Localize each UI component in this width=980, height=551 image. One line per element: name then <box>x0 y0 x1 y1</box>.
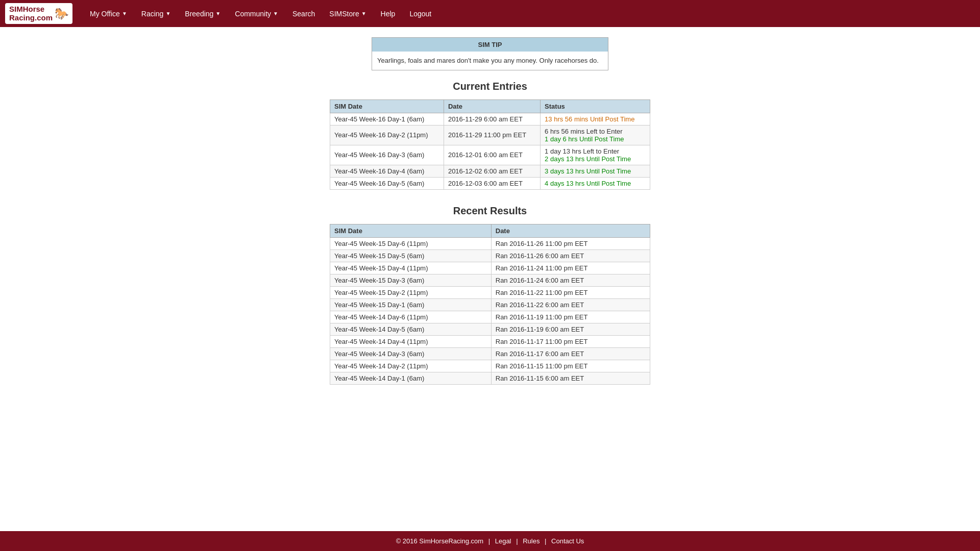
date-cell: 2016-12-02 6:00 am EET <box>444 165 540 177</box>
table-row: Year-45 Week-15 Day-1 (6am)Ran 2016-11-2… <box>330 298 650 311</box>
status-cell: 6 hrs 56 mins Left to Enter1 day 6 hrs U… <box>541 125 650 145</box>
site-logo[interactable]: SIMHorse Racing.com 🐎 <box>5 3 72 24</box>
site-footer: © 2016 SimHorseRacing.com | Legal | Rule… <box>0 531 980 551</box>
sim-date-cell: Year-45 Week-15 Day-5 (6am) <box>330 249 492 262</box>
footer-link-legal[interactable]: Legal <box>495 537 511 545</box>
col-status: Status <box>541 99 650 113</box>
date-cell: Ran 2016-11-24 6:00 am EET <box>491 274 650 286</box>
col-sim-date: SIM Date <box>330 99 444 113</box>
table-row: Year-45 Week-16 Day-4 (6am)2016-12-02 6:… <box>330 165 650 177</box>
sim-tip-header: SIM TIP <box>372 38 608 52</box>
date-cell: Ran 2016-11-15 6:00 am EET <box>491 372 650 384</box>
nav-help[interactable]: Help <box>374 0 403 27</box>
sim-tip-box: SIM TIP Yearlings, foals and mares don't… <box>372 37 608 70</box>
date-cell: Ran 2016-11-15 11:00 pm EET <box>491 360 650 372</box>
sim-date-cell: Year-45 Week-16 Day-3 (6am) <box>330 145 444 165</box>
date-cell: 2016-12-01 6:00 am EET <box>444 145 540 165</box>
table-row: Year-45 Week-15 Day-2 (11pm)Ran 2016-11-… <box>330 286 650 298</box>
date-cell: Ran 2016-11-26 11:00 pm EET <box>491 237 650 249</box>
chevron-down-icon: ▼ <box>215 11 220 16</box>
sim-date-cell: Year-45 Week-14 Day-6 (11pm) <box>330 311 492 323</box>
table-row: Year-45 Week-16 Day-5 (6am)2016-12-03 6:… <box>330 177 650 189</box>
status-cell: 4 days 13 hrs Until Post Time <box>541 177 650 189</box>
sim-date-cell: Year-45 Week-14 Day-3 (6am) <box>330 347 492 360</box>
chevron-down-icon: ▼ <box>165 11 170 16</box>
status-cell: 13 hrs 56 mins Until Post Time <box>541 113 650 125</box>
main-nav: SIMHorse Racing.com 🐎 My Office ▼ Racing… <box>0 0 980 27</box>
recent-results-table: SIM Date Date Year-45 Week-15 Day-6 (11p… <box>330 224 650 385</box>
date-cell: Ran 2016-11-24 11:00 pm EET <box>491 262 650 274</box>
sim-date-cell: Year-45 Week-16 Day-5 (6am) <box>330 177 444 189</box>
sim-date-cell: Year-45 Week-14 Day-2 (11pm) <box>330 360 492 372</box>
nav-community[interactable]: Community ▼ <box>228 0 285 27</box>
table-row: Year-45 Week-16 Day-3 (6am)2016-12-01 6:… <box>330 145 650 165</box>
current-entries-table: SIM Date Date Status Year-45 Week-16 Day… <box>330 99 650 190</box>
date-cell: Ran 2016-11-19 11:00 pm EET <box>491 311 650 323</box>
logo-text-line1: SIMHorse <box>9 5 53 14</box>
date-cell: 2016-12-03 6:00 am EET <box>444 177 540 189</box>
table-row: Year-45 Week-15 Day-4 (11pm)Ran 2016-11-… <box>330 262 650 274</box>
chevron-down-icon: ▼ <box>273 11 278 16</box>
date-cell: Ran 2016-11-17 11:00 pm EET <box>491 335 650 347</box>
current-entries-section: Current Entries SIM Date Date Status Yea… <box>330 81 650 190</box>
footer-link-contact[interactable]: Contact Us <box>551 537 584 545</box>
sim-date-cell: Year-45 Week-16 Day-4 (6am) <box>330 165 444 177</box>
col-sim-date: SIM Date <box>330 224 492 237</box>
table-row: Year-45 Week-14 Day-5 (6am)Ran 2016-11-1… <box>330 323 650 335</box>
sim-date-cell: Year-45 Week-14 Day-1 (6am) <box>330 372 492 384</box>
table-row: Year-45 Week-16 Day-2 (11pm)2016-11-29 1… <box>330 125 650 145</box>
chevron-down-icon: ▼ <box>361 11 366 16</box>
sim-date-cell: Year-45 Week-16 Day-1 (6am) <box>330 113 444 125</box>
horse-icon: 🐎 <box>55 7 68 20</box>
date-cell: Ran 2016-11-17 6:00 am EET <box>491 347 650 360</box>
footer-link-rules[interactable]: Rules <box>523 537 540 545</box>
status-cell: 3 days 13 hrs Until Post Time <box>541 165 650 177</box>
nav-search[interactable]: Search <box>285 0 322 27</box>
table-row: Year-45 Week-15 Day-6 (11pm)Ran 2016-11-… <box>330 237 650 249</box>
date-cell: Ran 2016-11-22 11:00 pm EET <box>491 286 650 298</box>
date-cell: 2016-11-29 6:00 am EET <box>444 113 540 125</box>
table-row: Year-45 Week-14 Day-3 (6am)Ran 2016-11-1… <box>330 347 650 360</box>
sim-date-cell: Year-45 Week-15 Day-6 (11pm) <box>330 237 492 249</box>
nav-racing[interactable]: Racing ▼ <box>134 0 178 27</box>
footer-copyright: © 2016 SimHorseRacing.com <box>396 537 483 545</box>
col-date: Date <box>444 99 540 113</box>
col-date: Date <box>491 224 650 237</box>
table-row: Year-45 Week-14 Day-1 (6am)Ran 2016-11-1… <box>330 372 650 384</box>
table-row: Year-45 Week-15 Day-3 (6am)Ran 2016-11-2… <box>330 274 650 286</box>
current-entries-title: Current Entries <box>330 81 650 92</box>
sim-date-cell: Year-45 Week-15 Day-3 (6am) <box>330 274 492 286</box>
status-cell: 1 day 13 hrs Left to Enter2 days 13 hrs … <box>541 145 650 165</box>
nav-my-office[interactable]: My Office ▼ <box>83 0 134 27</box>
nav-simstore[interactable]: SIMStore ▼ <box>322 0 373 27</box>
date-cell: Ran 2016-11-26 6:00 am EET <box>491 249 650 262</box>
nav-logout[interactable]: Logout <box>402 0 438 27</box>
sim-date-cell: Year-45 Week-15 Day-4 (11pm) <box>330 262 492 274</box>
sim-tip-body: Yearlings, foals and mares don't make yo… <box>372 52 608 70</box>
table-row: Year-45 Week-14 Day-4 (11pm)Ran 2016-11-… <box>330 335 650 347</box>
date-cell: 2016-11-29 11:00 pm EET <box>444 125 540 145</box>
logo-text-line2: Racing.com <box>9 14 53 22</box>
recent-results-section: Recent Results SIM Date Date Year-45 Wee… <box>330 205 650 385</box>
nav-items: My Office ▼ Racing ▼ Breeding ▼ Communit… <box>83 0 975 27</box>
table-row: Year-45 Week-14 Day-2 (11pm)Ran 2016-11-… <box>330 360 650 372</box>
table-row: Year-45 Week-14 Day-6 (11pm)Ran 2016-11-… <box>330 311 650 323</box>
recent-results-title: Recent Results <box>330 205 650 217</box>
main-content: SIM TIP Yearlings, foals and mares don't… <box>0 27 980 531</box>
date-cell: Ran 2016-11-22 6:00 am EET <box>491 298 650 311</box>
chevron-down-icon: ▼ <box>122 11 127 16</box>
table-row: Year-45 Week-15 Day-5 (6am)Ran 2016-11-2… <box>330 249 650 262</box>
sim-date-cell: Year-45 Week-15 Day-2 (11pm) <box>330 286 492 298</box>
sim-date-cell: Year-45 Week-15 Day-1 (6am) <box>330 298 492 311</box>
sim-date-cell: Year-45 Week-14 Day-4 (11pm) <box>330 335 492 347</box>
table-row: Year-45 Week-16 Day-1 (6am)2016-11-29 6:… <box>330 113 650 125</box>
sim-date-cell: Year-45 Week-14 Day-5 (6am) <box>330 323 492 335</box>
sim-date-cell: Year-45 Week-16 Day-2 (11pm) <box>330 125 444 145</box>
date-cell: Ran 2016-11-19 6:00 am EET <box>491 323 650 335</box>
nav-breeding[interactable]: Breeding ▼ <box>178 0 228 27</box>
